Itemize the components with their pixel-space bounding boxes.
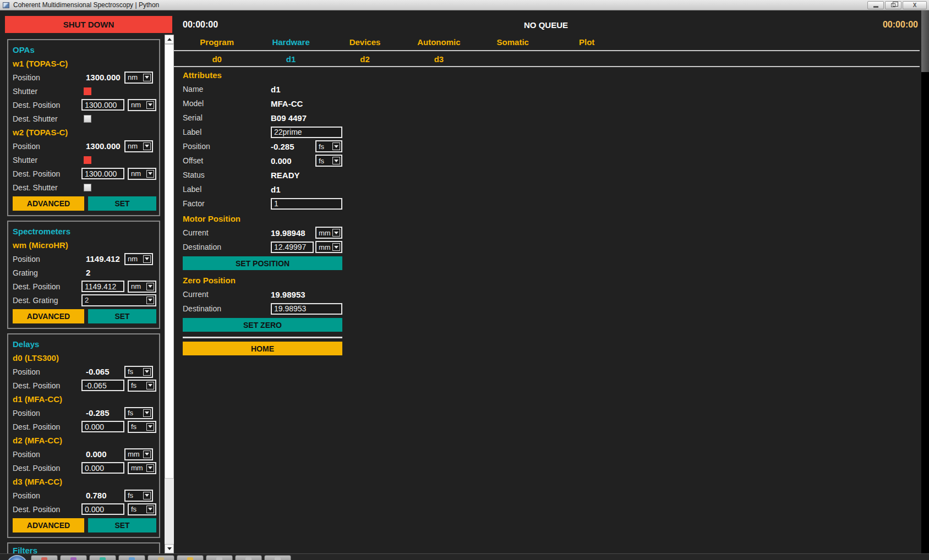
- set-button[interactable]: SET: [88, 309, 156, 323]
- restore-button[interactable]: [885, 1, 901, 9]
- taskbar-item[interactable]: [147, 555, 174, 560]
- subtab-d0[interactable]: d0: [180, 54, 254, 64]
- tab-devices[interactable]: Devices: [328, 37, 402, 47]
- taskbar-item[interactable]: [118, 555, 145, 560]
- shutdown-button[interactable]: SHUT DOWN: [5, 16, 172, 33]
- taskbar-item[interactable]: [31, 555, 58, 560]
- units-select[interactable]: nm: [128, 168, 156, 180]
- dest-position-input[interactable]: [81, 421, 124, 432]
- scrollbar-thumb[interactable]: [921, 10, 929, 72]
- tab-plot[interactable]: Plot: [550, 37, 624, 47]
- unit-label: nm: [129, 169, 146, 178]
- shutter-label: Shutter: [13, 87, 81, 96]
- factor-label: Factor: [183, 199, 271, 208]
- units-select[interactable]: mm: [315, 241, 342, 253]
- dest-position-input[interactable]: [81, 503, 124, 515]
- set-zero-button[interactable]: SET ZERO: [183, 318, 342, 332]
- units-select[interactable]: fs: [315, 155, 342, 167]
- chevron-down-icon: [332, 243, 340, 251]
- dest-position-label: Dest. Position: [13, 169, 81, 178]
- set-button[interactable]: SET: [88, 196, 156, 211]
- scroll-up-button[interactable]: [165, 35, 174, 44]
- tab-somatic[interactable]: Somatic: [476, 37, 550, 47]
- scrollbar-thumb[interactable]: [165, 44, 174, 479]
- dest-position-input[interactable]: [81, 168, 124, 179]
- chevron-down-icon: [143, 409, 151, 417]
- units-select[interactable]: fs: [124, 407, 153, 419]
- units-select[interactable]: nm: [124, 253, 153, 265]
- unit-label: fs: [316, 157, 332, 165]
- position-label: Position: [13, 142, 81, 151]
- units-select[interactable]: fs: [128, 503, 156, 515]
- tab-hardware[interactable]: Hardware: [254, 37, 327, 47]
- dest-position-input[interactable]: [81, 99, 124, 111]
- taskbar-app-icon: [70, 557, 76, 560]
- close-button[interactable]: X: [903, 1, 927, 9]
- units-select[interactable]: nm: [124, 72, 153, 84]
- set-button[interactable]: SET: [88, 518, 156, 532]
- advanced-button[interactable]: ADVANCED: [13, 309, 84, 323]
- label-input[interactable]: [271, 127, 342, 138]
- taskbar-item[interactable]: [206, 555, 233, 560]
- arrow-down-icon: [167, 547, 172, 550]
- destination-input[interactable]: [271, 303, 342, 315]
- units-select[interactable]: mm: [128, 462, 156, 474]
- dest-position-input[interactable]: [81, 281, 124, 292]
- offset-row: Offset0.000fs: [183, 153, 342, 168]
- subtab-d1[interactable]: d1: [254, 54, 327, 64]
- dest-shutter-checkbox[interactable]: [84, 184, 91, 191]
- units-select[interactable]: nm: [128, 281, 156, 293]
- section-spectrometers: Spectrometerswm (MicroHR)Position1149.41…: [7, 221, 160, 329]
- position-value: -0.065: [81, 367, 124, 376]
- dest-position-input[interactable]: [81, 462, 124, 474]
- device-heading-d3-mfa-cc: d3 (MFA-CC): [13, 475, 156, 488]
- home-button[interactable]: HOME: [183, 342, 342, 355]
- taskbar-item[interactable]: [89, 555, 116, 560]
- position-label: Position: [13, 255, 81, 263]
- tab-autonomic[interactable]: Autonomic: [402, 37, 476, 47]
- dest-grating-select[interactable]: 2: [81, 294, 156, 306]
- units-select[interactable]: fs: [315, 140, 342, 152]
- window-scrollbar[interactable]: [921, 10, 929, 553]
- advanced-button[interactable]: ADVANCED: [13, 196, 84, 211]
- taskbar-item[interactable]: [235, 555, 262, 560]
- delay-subtab-bar: d0d1d2d3: [180, 52, 920, 65]
- units-select[interactable]: nm: [128, 99, 156, 111]
- scroll-down-button[interactable]: [165, 544, 174, 553]
- status-value: READY: [271, 171, 300, 180]
- destination-input[interactable]: [271, 241, 314, 253]
- label-row: Label: [183, 125, 342, 139]
- device-heading-wm-microhr: wm (MicroHR): [13, 238, 156, 252]
- tab-program[interactable]: Program: [180, 37, 254, 47]
- units-select[interactable]: fs: [124, 366, 153, 378]
- factor-input[interactable]: [271, 198, 342, 210]
- taskbar-item[interactable]: [60, 555, 87, 560]
- windows-taskbar[interactable]: [0, 553, 929, 560]
- name-row: Named1: [183, 82, 342, 96]
- taskbar-item[interactable]: [264, 555, 291, 560]
- subtab-d2[interactable]: d2: [328, 54, 402, 64]
- subtab-d3[interactable]: d3: [402, 54, 476, 64]
- units-select[interactable]: fs: [128, 380, 156, 392]
- set-position-button[interactable]: SET POSITION: [183, 256, 342, 270]
- units-select[interactable]: mm: [124, 448, 153, 460]
- advanced-button[interactable]: ADVANCED: [13, 518, 84, 532]
- sidebar-scrollbar[interactable]: [165, 35, 174, 553]
- section-filters: Filters: [7, 542, 160, 553]
- dest-position-input[interactable]: [81, 380, 124, 391]
- elapsed-timer: 00:00:00: [183, 20, 218, 30]
- dest-shutter-checkbox[interactable]: [84, 115, 91, 123]
- status-row: StatusREADY: [183, 168, 342, 182]
- units-select[interactable]: fs: [128, 421, 156, 433]
- start-orb[interactable]: [7, 555, 28, 560]
- units-select[interactable]: nm: [124, 140, 153, 152]
- units-select[interactable]: mm: [315, 227, 342, 239]
- dest-position-label: Dest. Position: [13, 505, 81, 514]
- taskbar-item[interactable]: [177, 555, 204, 560]
- minimize-button[interactable]: [867, 1, 884, 9]
- units-select[interactable]: fs: [124, 490, 153, 502]
- status-label: Status: [183, 171, 271, 179]
- model-value: MFA-CC: [271, 99, 303, 108]
- unit-label: nm: [129, 282, 146, 290]
- taskbar-app-icon: [216, 557, 222, 560]
